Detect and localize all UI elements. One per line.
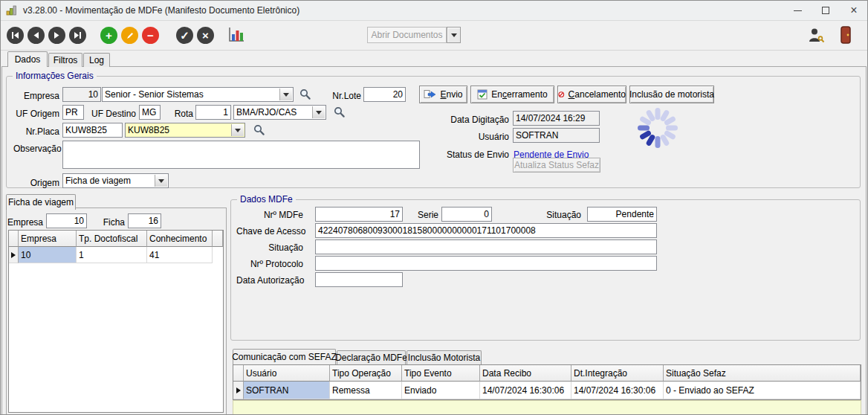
serie-field[interactable]: 0	[441, 207, 492, 222]
search-empresa-icon[interactable]	[299, 89, 311, 100]
serie-label: Serie	[407, 208, 438, 222]
delete-record-button[interactable]: −	[142, 27, 159, 44]
col-header-conhecimento[interactable]: Conhecimento	[147, 231, 213, 247]
confirm-button[interactable]: ✓	[176, 27, 193, 44]
col-header-tipo-operacao[interactable]: Tipo Operação	[330, 365, 402, 382]
atualiza-status-sefaz-button[interactable]: Atualiza Status Sefaz	[513, 158, 600, 173]
search-placa-icon[interactable]	[253, 124, 265, 135]
ficha-grid[interactable]: Empresa Tp. Doctofiscal Conhecimento 10 …	[8, 230, 224, 413]
encerramento-button[interactable]: Encerramento	[470, 86, 554, 103]
first-record-button[interactable]	[7, 27, 24, 44]
nrplaca-combo-value: KUW8B25	[128, 125, 169, 135]
search-rota-icon[interactable]	[334, 106, 345, 118]
cancel-button[interactable]: ×	[197, 27, 214, 44]
cell-conhecimento[interactable]: 41	[147, 247, 213, 263]
tab-inclusao-motorista[interactable]: Inclusão Motorista	[407, 350, 482, 364]
cell-situacao-sefaz[interactable]: 0 - Enviado ao SEFAZ	[664, 382, 861, 399]
ficha-numero-field[interactable]: 16	[128, 213, 161, 228]
situacao-label: Situação	[535, 208, 581, 222]
col-header-dt-integracao[interactable]: Dt.Integração	[571, 365, 664, 382]
chevron-down-icon[interactable]	[231, 124, 244, 136]
origem-combo[interactable]: Ficha de viagem	[62, 173, 169, 188]
chart-button[interactable]	[227, 27, 245, 43]
chevron-down-icon[interactable]	[155, 175, 167, 187]
nrplaca-field[interactable]: KUW8B25	[62, 123, 123, 138]
data-autorizacao-field[interactable]	[315, 272, 403, 287]
close-button[interactable]: ×	[840, 0, 868, 21]
cell-tp-doctofiscal[interactable]: 1	[77, 247, 147, 263]
abrir-documentos-dropdown-button[interactable]	[447, 27, 461, 43]
tab-log[interactable]: Log	[83, 53, 110, 67]
previous-record-button[interactable]	[27, 27, 45, 44]
cell-empresa[interactable]: 10	[19, 247, 77, 263]
cell-dt-integracao[interactable]: 14/07/2024 16:30:06	[571, 382, 664, 399]
inclusao-motorista-button[interactable]: Inclusão de motorista	[629, 86, 714, 103]
cancelamento-button-label: Cancelamento	[569, 89, 626, 100]
nr-mdfe-field[interactable]: 17	[315, 207, 403, 222]
triangle-glyph	[283, 93, 289, 97]
chevron-down-icon[interactable]	[312, 106, 325, 118]
situacao2-label: Situação	[236, 241, 303, 254]
envio-button-label: Envio	[440, 89, 462, 100]
col-header-usuario[interactable]: Usuário	[244, 365, 330, 382]
previous-record-icon	[32, 31, 40, 39]
nrplaca-combo[interactable]: KUW8B25	[125, 123, 245, 138]
cancelamento-button[interactable]: Cancelamento	[557, 86, 626, 103]
uf-origem-field[interactable]: PR	[62, 105, 84, 120]
envio-button[interactable]: Envio	[419, 86, 467, 103]
usuario-field[interactable]: SOFTRAN	[513, 128, 600, 143]
chevron-down-icon[interactable]	[279, 89, 292, 100]
exit-button[interactable]	[838, 25, 853, 45]
col-header-data-recibo[interactable]: Data Recibo	[480, 365, 571, 382]
ficha-empresa-field[interactable]: 10	[46, 213, 87, 228]
tab-declaracao-mdfe[interactable]: Declaração MDFe	[337, 350, 406, 364]
plus-icon: +	[106, 30, 112, 41]
chave-acesso-field[interactable]: 4224078068009300018158000000000017110170…	[315, 223, 657, 238]
col-header-tp-doctofiscal[interactable]: Tp. Doctofiscal	[77, 231, 147, 247]
cell-data-recibo[interactable]: 14/07/2024 16:30:06	[480, 382, 571, 399]
rota-code-field[interactable]: 1	[195, 105, 231, 120]
no-entry-icon	[558, 89, 565, 100]
add-record-button[interactable]: +	[100, 27, 117, 44]
x-icon: ×	[202, 30, 209, 41]
tab-dados[interactable]: Dados	[7, 51, 48, 67]
nrlote-field[interactable]: 20	[363, 87, 406, 102]
check-icon: ✓	[180, 30, 190, 41]
loading-spinner	[634, 104, 681, 154]
origem-value: Ficha de viagem	[65, 176, 131, 186]
tab-ficha-de-viagem[interactable]: Ficha de viagem	[6, 194, 76, 210]
observacao-label: Observação	[13, 142, 59, 155]
cell-usuario[interactable]: SOFTRAN	[244, 382, 330, 399]
sefaz-grid[interactable]: Usuário Tipo Operação Tipo Evento Data R…	[233, 364, 861, 400]
cell-tipo-evento[interactable]: Enviado	[402, 382, 480, 399]
uf-destino-field[interactable]: MG	[139, 105, 161, 120]
abrir-documentos-combo[interactable]: Abrir Documentos	[367, 27, 447, 43]
data-digitacao-label: Data Digitação	[447, 113, 509, 126]
col-header-tipo-evento[interactable]: Tipo Evento	[402, 365, 480, 382]
empresa-code-field[interactable]: 10	[62, 87, 101, 102]
nr-protocolo-field[interactable]	[315, 256, 657, 271]
hint-strip	[233, 400, 861, 415]
col-header-empresa[interactable]: Empresa	[19, 231, 77, 247]
tab-filtros[interactable]: Filtros	[48, 53, 82, 67]
next-record-button[interactable]	[48, 27, 65, 44]
edit-record-button[interactable]	[121, 27, 138, 44]
col-header-situacao-sefaz[interactable]: Situação Sefaz	[664, 365, 861, 382]
rota-combo[interactable]: BMA/RJO/CAS	[233, 105, 326, 120]
empresa-label: Empresa	[21, 89, 59, 103]
data-digitacao-field[interactable]: 14/07/2024 16:29	[513, 111, 600, 126]
minimize-button[interactable]	[783, 0, 812, 21]
triangle-glyph	[316, 111, 322, 115]
triangle-glyph	[235, 129, 241, 132]
indicator-column-header	[9, 231, 19, 247]
observacao-textarea[interactable]	[62, 141, 420, 169]
tab-comunicacao-sefaz[interactable]: Comunicação com SEFAZ	[233, 349, 336, 364]
cell-tipo-operacao[interactable]: Remessa	[330, 382, 402, 399]
maximize-button[interactable]	[812, 0, 840, 21]
last-record-button[interactable]	[69, 27, 86, 44]
empresa-name-combo[interactable]: Senior - Senior Sistemas	[102, 87, 294, 102]
situacao2-field[interactable]	[315, 239, 657, 254]
user-access-button[interactable]	[807, 27, 825, 45]
row-indicator	[9, 247, 19, 263]
situacao-field[interactable]: Pendente	[587, 207, 657, 222]
